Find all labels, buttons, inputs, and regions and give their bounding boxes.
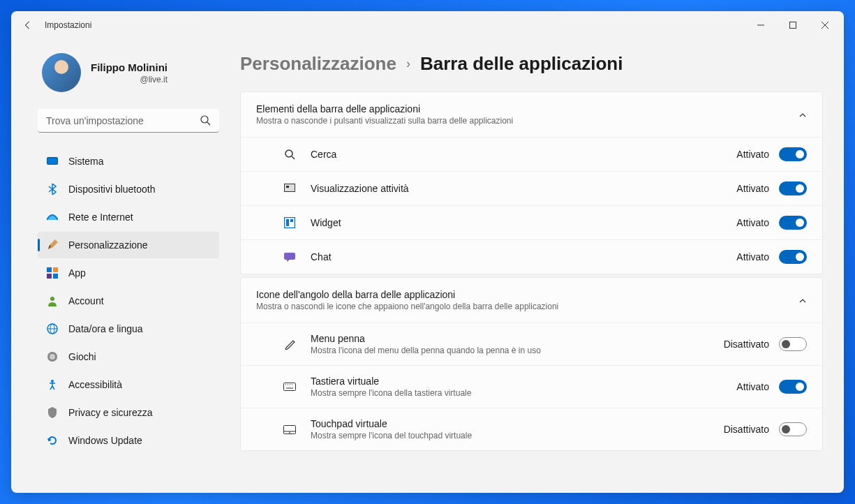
gaming-icon: [46, 350, 59, 363]
svg-point-17: [51, 380, 54, 383]
chevron-up-icon: [798, 294, 807, 306]
nav-item-privacy[interactable]: Privacy e sicurezza: [38, 399, 219, 426]
user-email: @live.it: [91, 75, 168, 84]
row-menu-penna: Menu pennaMostra l'icona del menu della …: [241, 323, 822, 365]
chevron-right-icon: ›: [406, 57, 410, 71]
chevron-up-icon: [798, 108, 807, 121]
toggle-chat[interactable]: [779, 250, 807, 264]
nav-item-update[interactable]: Windows Update: [38, 427, 219, 454]
sidebar: Filippo Molinini @live.it Sistema Dispos…: [11, 39, 228, 493]
time-language-icon: [46, 323, 59, 335]
breadcrumb: Personalizzazione › Barra delle applicaz…: [240, 53, 823, 75]
widget-icon: [281, 217, 298, 228]
breadcrumb-current: Barra delle applicazioni: [420, 53, 623, 75]
svg-rect-9: [47, 274, 52, 279]
account-icon: [46, 295, 59, 307]
close-button[interactable]: [809, 11, 841, 39]
window-title: Impostazioni: [45, 20, 91, 30]
svg-rect-25: [284, 383, 296, 391]
update-icon: [46, 434, 59, 447]
apps-icon: [46, 267, 59, 279]
avatar: [42, 53, 81, 92]
back-button[interactable]: [14, 11, 42, 39]
section-header[interactable]: Elementi della barra delle applicazioni …: [241, 92, 822, 137]
toggle-widget[interactable]: [779, 216, 807, 230]
svg-point-18: [285, 150, 292, 157]
chat-icon: [281, 251, 298, 262]
row-task-view: Visualizzazione attività Attivato: [241, 171, 822, 205]
svg-rect-24: [290, 219, 293, 222]
network-icon: [46, 211, 59, 223]
accessibility-icon: [46, 378, 59, 391]
settings-window: Impostazioni Filippo Molinini @live.it S…: [11, 11, 844, 493]
svg-rect-8: [53, 267, 58, 272]
nav-item-account[interactable]: Account: [38, 288, 219, 314]
row-widget: Widget Attivato: [241, 205, 822, 239]
svg-rect-10: [53, 274, 58, 279]
search-input[interactable]: [38, 109, 219, 133]
privacy-icon: [46, 406, 59, 419]
nav-list: Sistema Dispositivi bluetooth Rete e Int…: [38, 148, 219, 455]
breadcrumb-parent[interactable]: Personalizzazione: [240, 53, 396, 75]
minimize-button[interactable]: [745, 11, 777, 39]
section-corner-icons: Icone dell'angolo della barra delle appl…: [240, 277, 823, 451]
svg-rect-23: [286, 219, 289, 226]
toggle-cerca[interactable]: [779, 147, 807, 161]
maximize-button[interactable]: [777, 11, 809, 39]
nav-item-sistema[interactable]: Sistema: [38, 148, 219, 175]
svg-line-5: [207, 122, 210, 125]
toggle-menu-penna[interactable]: [779, 337, 807, 351]
task-view-icon: [281, 184, 298, 193]
svg-point-16: [50, 354, 55, 360]
search-box: [38, 109, 219, 133]
main-content: Personalizzazione › Barra delle applicaz…: [228, 39, 844, 493]
nav-item-app[interactable]: App: [38, 260, 219, 286]
search-icon: [281, 149, 298, 160]
touchpad-icon: [281, 425, 298, 434]
nav-item-data-ora[interactable]: Data/ora e lingua: [38, 316, 219, 342]
pen-icon: [281, 339, 298, 350]
bluetooth-icon: [46, 183, 59, 195]
system-icon: [46, 155, 59, 168]
section-taskbar-items: Elementi della barra delle applicazioni …: [240, 91, 823, 274]
titlebar: Impostazioni: [11, 11, 844, 39]
toggle-task-view[interactable]: [779, 181, 807, 195]
svg-point-4: [201, 116, 208, 123]
nav-item-bluetooth[interactable]: Dispositivi bluetooth: [38, 176, 219, 202]
row-chat: Chat Attivato: [241, 239, 822, 274]
user-name: Filippo Molinini: [91, 61, 168, 73]
search-icon: [200, 114, 211, 128]
svg-point-11: [50, 297, 54, 301]
svg-rect-6: [47, 158, 58, 165]
svg-rect-1: [790, 22, 796, 29]
svg-rect-7: [47, 267, 52, 272]
nav-item-rete[interactable]: Rete e Internet: [38, 204, 219, 230]
nav-item-accessibilita[interactable]: Accessibilità: [38, 371, 219, 398]
toggle-tastiera-virtuale[interactable]: [779, 380, 807, 394]
svg-rect-20: [285, 184, 295, 192]
personalization-icon: [46, 239, 59, 251]
svg-rect-22: [285, 218, 295, 228]
user-info[interactable]: Filippo Molinini @live.it: [38, 53, 219, 92]
row-cerca: Cerca Attivato: [241, 137, 822, 171]
window-controls: [745, 11, 841, 39]
toggle-touchpad-virtuale[interactable]: [779, 422, 807, 436]
row-touchpad-virtuale: Touchpad virtualeMostra sempre l'icona d…: [241, 408, 822, 450]
nav-item-personalizzazione[interactable]: Personalizzazione: [38, 232, 219, 258]
row-tastiera-virtuale: Tastiera virtualeMostra sempre l'icona d…: [241, 365, 822, 408]
section-header[interactable]: Icone dell'angolo della barra delle appl…: [241, 278, 822, 323]
svg-line-19: [292, 156, 295, 159]
nav-item-giochi[interactable]: Giochi: [38, 343, 219, 370]
keyboard-icon: [281, 383, 298, 391]
svg-rect-21: [286, 186, 289, 188]
